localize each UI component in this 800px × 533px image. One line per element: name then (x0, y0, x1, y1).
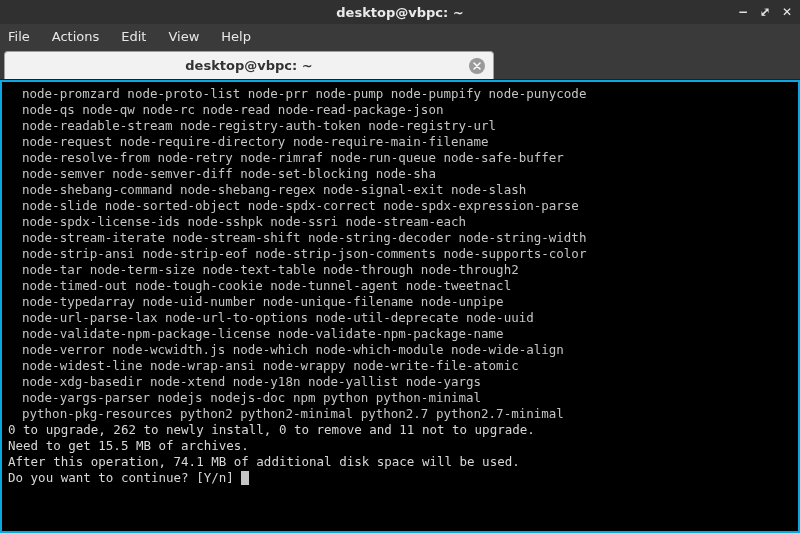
package-list-line: python-pkg-resources python2 python2-min… (8, 406, 792, 422)
menu-edit[interactable]: Edit (121, 29, 146, 44)
package-list-line: node-typedarray node-uid-number node-uni… (8, 294, 792, 310)
window-titlebar: desktop@vbpc: ~ − ⤢ ✕ (0, 0, 800, 24)
package-list-line: node-request node-require-directory node… (8, 134, 792, 150)
package-list-line: node-verror node-wcwidth.js node-which n… (8, 342, 792, 358)
tab-close-icon[interactable] (469, 58, 485, 74)
apt-confirm-prompt[interactable]: Do you want to continue? [Y/n] (8, 470, 792, 486)
cursor-icon (241, 471, 249, 485)
package-list-line: node-readable-stream node-registry-auth-… (8, 118, 792, 134)
package-list-line: node-resolve-from node-retry node-rimraf… (8, 150, 792, 166)
package-list-line: node-timed-out node-tough-cookie node-tu… (8, 278, 792, 294)
menu-help[interactable]: Help (221, 29, 251, 44)
package-list-line: node-semver node-semver-diff node-set-bl… (8, 166, 792, 182)
window-title: desktop@vbpc: ~ (336, 5, 463, 20)
package-list-line: node-spdx-license-ids node-sshpk node-ss… (8, 214, 792, 230)
package-list-line: node-yargs-parser nodejs nodejs-doc npm … (8, 390, 792, 406)
apt-summary-line: After this operation, 74.1 MB of additio… (8, 454, 792, 470)
package-list-line: node-qs node-qw node-rc node-read node-r… (8, 102, 792, 118)
package-list-line: node-strip-ansi node-strip-eof node-stri… (8, 246, 792, 262)
package-list-line: node-promzard node-proto-list node-prr n… (8, 86, 792, 102)
package-list-line: node-stream-iterate node-stream-shift no… (8, 230, 792, 246)
terminal-output[interactable]: node-promzard node-proto-list node-prr n… (0, 80, 800, 533)
apt-summary-line: 0 to upgrade, 262 to newly install, 0 to… (8, 422, 792, 438)
package-list-line: node-widest-line node-wrap-ansi node-wra… (8, 358, 792, 374)
package-list-line: node-tar node-term-size node-text-table … (8, 262, 792, 278)
tabbar: desktop@vbpc: ~ (0, 48, 800, 80)
menubar: File Actions Edit View Help (0, 24, 800, 48)
tab-terminal[interactable]: desktop@vbpc: ~ (4, 51, 494, 79)
close-icon[interactable]: ✕ (780, 5, 794, 19)
package-list-line: node-validate-npm-package-license node-v… (8, 326, 792, 342)
package-list-line: node-xdg-basedir node-xtend node-y18n no… (8, 374, 792, 390)
package-list-line: node-url-parse-lax node-url-to-options n… (8, 310, 792, 326)
menu-view[interactable]: View (168, 29, 199, 44)
menu-actions[interactable]: Actions (52, 29, 100, 44)
package-list-line: node-shebang-command node-shebang-regex … (8, 182, 792, 198)
maximize-icon[interactable]: ⤢ (758, 5, 772, 19)
minimize-icon[interactable]: − (736, 5, 750, 19)
apt-summary-line: Need to get 15.5 MB of archives. (8, 438, 792, 454)
menu-file[interactable]: File (8, 29, 30, 44)
window-controls: − ⤢ ✕ (736, 0, 794, 24)
package-list-line: node-slide node-sorted-object node-spdx-… (8, 198, 792, 214)
tab-label: desktop@vbpc: ~ (185, 58, 312, 73)
